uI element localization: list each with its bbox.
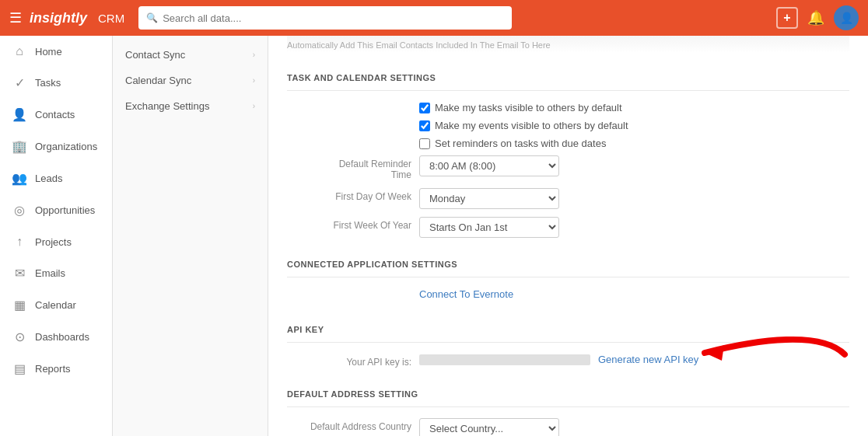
api-key-blurred bbox=[419, 354, 590, 365]
events-visible-checkbox[interactable] bbox=[419, 120, 430, 131]
sidebar-item-label: Dashboards bbox=[35, 331, 89, 343]
generate-api-key-link[interactable]: Generate new API key bbox=[598, 354, 698, 365]
first-day-select[interactable]: Monday Sunday Saturday bbox=[419, 188, 559, 209]
main-content: Automatically Add This Email Contacts In… bbox=[268, 36, 868, 436]
reminders-checkbox[interactable] bbox=[419, 138, 430, 149]
sidebar-item-reports[interactable]: ▤ Reports bbox=[0, 353, 112, 385]
sidebar-item-label: Home bbox=[35, 46, 62, 58]
avatar[interactable]: 👤 bbox=[834, 5, 859, 30]
sidebar-item-label: Organizations bbox=[35, 141, 97, 152]
crm-label: CRM bbox=[98, 12, 124, 25]
opportunities-icon: ◎ bbox=[12, 203, 27, 218]
sidebar-item-label: Leads bbox=[35, 173, 62, 184]
hamburger-icon[interactable]: ☰ bbox=[9, 9, 22, 26]
dashboards-icon: ⊙ bbox=[12, 330, 27, 344]
sidebar-item-dashboards[interactable]: ⊙ Dashboards bbox=[0, 321, 112, 353]
tasks-visible-label: Make my tasks visible to others by defau… bbox=[435, 102, 622, 113]
first-day-row: First Day Of Week Monday Sunday Saturday bbox=[287, 188, 849, 209]
checkbox-events-visible: Make my events visible to others by defa… bbox=[419, 120, 849, 131]
contacts-icon: 👤 bbox=[12, 107, 27, 122]
leads-icon: 👥 bbox=[12, 171, 27, 186]
tasks-visible-checkbox[interactable] bbox=[419, 103, 430, 113]
reminders-label: Set reminders on tasks with due dates bbox=[435, 138, 606, 149]
first-day-value: Monday Sunday Saturday bbox=[419, 188, 849, 209]
sidebar-item-emails[interactable]: ✉ Emails bbox=[0, 257, 112, 289]
default-address-label: Default Address Country bbox=[287, 418, 411, 432]
notifications-bell-icon[interactable]: 🔔 bbox=[807, 9, 824, 26]
connected-apps-section-header: CONNECTED APPLICATION SETTINGS bbox=[287, 246, 849, 277]
sidebar-item-organizations[interactable]: 🏢 Organizations bbox=[0, 131, 112, 162]
ss-item-calendar-sync[interactable]: Calendar Sync › bbox=[113, 68, 268, 93]
add-button[interactable]: + bbox=[776, 7, 798, 29]
sidebar: ⌂ Home ✓ Tasks 👤 Contacts 🏢 Organization… bbox=[0, 36, 113, 436]
api-key-row: Your API key is: Generate new API key bbox=[287, 354, 849, 368]
sidebar-item-label: Contacts bbox=[35, 109, 75, 120]
first-week-value: Starts On Jan 1st First Full Week First … bbox=[419, 217, 849, 238]
checkbox-reminders: Set reminders on tasks with due dates bbox=[419, 138, 849, 149]
chevron-right-icon: › bbox=[253, 51, 255, 59]
scroll-fade: Automatically Add This Email Contacts In… bbox=[287, 36, 849, 53]
home-icon: ⌂ bbox=[12, 44, 27, 58]
sidebar-item-leads[interactable]: 👥 Leads bbox=[0, 162, 112, 194]
default-address-row: Default Address Country Select Country..… bbox=[287, 418, 849, 436]
reminder-time-select[interactable]: 8:00 AM (8:00) 9:00 AM (9:00) 10:00 AM (… bbox=[419, 155, 559, 176]
search-input[interactable] bbox=[163, 12, 504, 24]
calendar-icon: ▦ bbox=[12, 298, 27, 312]
api-key-value: Generate new API key bbox=[419, 354, 849, 365]
task-calendar-section-header: TASK AND CALENDAR SETTINGS bbox=[287, 59, 849, 91]
chevron-right-icon: › bbox=[253, 76, 255, 85]
first-week-select[interactable]: Starts On Jan 1st First Full Week First … bbox=[419, 217, 559, 238]
default-address-section-header: DEFAULT ADDRESS SETTING bbox=[287, 375, 849, 407]
topnav: ☰ insightly CRM 🔍 + 🔔 👤 bbox=[0, 0, 868, 36]
sidebar-item-label: Projects bbox=[35, 236, 72, 248]
sidebar-item-contacts[interactable]: 👤 Contacts bbox=[0, 99, 112, 131]
api-section-header: API KEY bbox=[287, 311, 849, 343]
api-key-label: Your API key is: bbox=[287, 354, 411, 368]
sidebar-item-opportunities[interactable]: ◎ Opportunities bbox=[0, 194, 112, 226]
search-bar: 🔍 bbox=[138, 6, 512, 30]
secondary-sidebar: Contact Sync › Calendar Sync › Exchange … bbox=[113, 36, 268, 436]
sidebar-item-tasks[interactable]: ✓ Tasks bbox=[0, 67, 112, 99]
emails-icon: ✉ bbox=[12, 266, 27, 281]
organizations-icon: 🏢 bbox=[12, 139, 27, 154]
ss-item-label: Calendar Sync bbox=[125, 75, 191, 86]
sidebar-item-label: Opportunities bbox=[35, 204, 95, 216]
connect-evernote-link[interactable]: Connect To Evernote bbox=[419, 288, 513, 300]
events-visible-label: Make my events visible to others by defa… bbox=[435, 120, 628, 131]
reminder-time-row: Default ReminderTime 8:00 AM (8:00) 9:00… bbox=[287, 155, 849, 180]
reminder-time-label: Default ReminderTime bbox=[287, 155, 411, 180]
default-address-value: Select Country... United States United K… bbox=[419, 418, 849, 436]
sidebar-item-label: Reports bbox=[35, 363, 71, 375]
topnav-actions: + 🔔 👤 bbox=[776, 5, 859, 30]
sidebar-item-calendar[interactable]: ▦ Calendar bbox=[0, 289, 112, 321]
ss-item-label: Exchange Settings bbox=[125, 100, 209, 112]
first-week-label: First Week Of Year bbox=[287, 217, 411, 231]
tasks-icon: ✓ bbox=[12, 75, 27, 90]
checkbox-tasks-visible: Make my tasks visible to others by defau… bbox=[419, 102, 849, 113]
first-day-label: First Day Of Week bbox=[287, 188, 411, 202]
search-icon: 🔍 bbox=[146, 12, 158, 23]
sidebar-item-label: Emails bbox=[35, 267, 65, 279]
sidebar-item-projects[interactable]: ↑ Projects bbox=[0, 226, 112, 257]
sidebar-item-label: Tasks bbox=[35, 77, 61, 89]
projects-icon: ↑ bbox=[12, 235, 27, 249]
main-layout: ⌂ Home ✓ Tasks 👤 Contacts 🏢 Organization… bbox=[0, 36, 868, 436]
chevron-right-icon: › bbox=[253, 102, 255, 110]
country-select[interactable]: Select Country... United States United K… bbox=[419, 418, 559, 436]
ss-item-label: Contact Sync bbox=[125, 49, 185, 61]
sidebar-item-home[interactable]: ⌂ Home bbox=[0, 36, 112, 67]
reminder-time-value: 8:00 AM (8:00) 9:00 AM (9:00) 10:00 AM (… bbox=[419, 155, 849, 176]
ss-item-exchange-settings[interactable]: Exchange Settings › bbox=[113, 93, 268, 119]
ss-item-contact-sync[interactable]: Contact Sync › bbox=[113, 42, 268, 68]
first-week-row: First Week Of Year Starts On Jan 1st Fir… bbox=[287, 217, 849, 238]
reports-icon: ▤ bbox=[12, 361, 27, 376]
app-logo: insightly bbox=[30, 10, 87, 26]
sidebar-item-label: Calendar bbox=[35, 299, 76, 311]
